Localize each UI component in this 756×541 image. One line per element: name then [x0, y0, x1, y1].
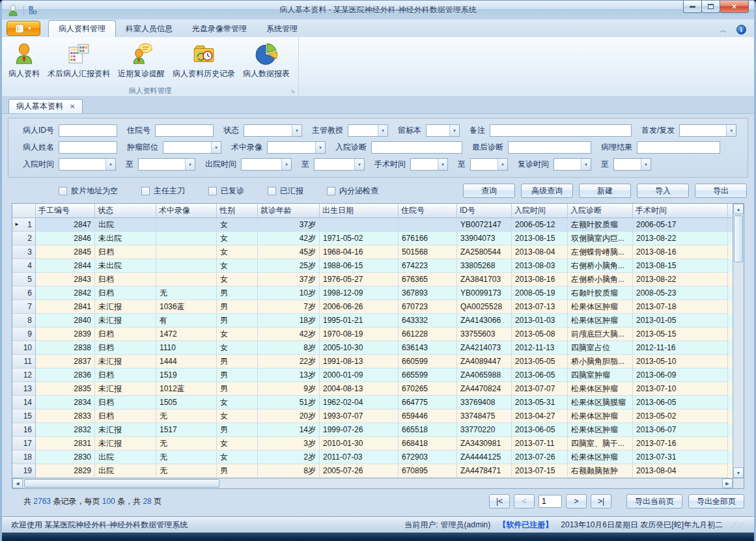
filter-combo[interactable]: ▾ — [553, 158, 591, 171]
export-button[interactable]: 导出全部页 — [688, 494, 744, 508]
filter-combo[interactable]: ▾ — [267, 141, 326, 154]
column-header[interactable]: 手术时间 — [633, 204, 728, 217]
table-row[interactable]: 192829出院无男8岁2005-07-26670895ZA4478471201… — [12, 464, 733, 478]
filter-combo[interactable]: ▾ — [138, 158, 195, 171]
registered-link[interactable]: 【软件已注册】 — [498, 520, 553, 531]
row-header[interactable]: 12 — [12, 368, 36, 382]
ribbon-tab-3[interactable]: 光盘录像带管理 — [182, 21, 257, 37]
table-row[interactable]: 182830出院无女2岁2011-07-03672903ZA4444125201… — [12, 451, 733, 464]
ribbon-tab-4[interactable]: 系统管理 — [257, 21, 307, 37]
prev-page-button[interactable]: < — [514, 494, 535, 508]
action-button[interactable]: 高级查询 — [521, 184, 573, 198]
chevron-down-icon[interactable]: ▾ — [378, 125, 387, 136]
column-header[interactable]: 手工编号 — [36, 204, 95, 217]
filter-checkbox[interactable]: 内分泌检查 — [327, 186, 378, 197]
column-header[interactable]: 术中录像 — [156, 204, 217, 217]
filter-combo[interactable]: ▾ — [59, 158, 116, 171]
action-button[interactable]: 新建 — [579, 184, 631, 198]
filter-input[interactable] — [490, 124, 632, 137]
table-row[interactable]: 1►2847出院女37岁YB00721472006-05-12左额叶胶质瘤200… — [12, 218, 733, 232]
table-row[interactable]: 142834归档1505女51岁1962-02-0466477533769408… — [12, 396, 733, 409]
filter-combo[interactable]: ▾ — [470, 158, 508, 171]
table-row[interactable]: 122836归档1519男13岁2000-01-09665599ZA406598… — [12, 368, 733, 382]
filter-input[interactable] — [371, 141, 462, 154]
action-button[interactable]: 查询 — [463, 184, 515, 198]
table-row[interactable]: 112837未汇报1444男22岁1991-08-13660599ZA40894… — [12, 355, 733, 368]
column-header[interactable]: 性别 — [217, 204, 258, 217]
document-tab[interactable]: 病人基本资料 ✕ — [8, 99, 83, 113]
tab-close-icon[interactable]: ✕ — [70, 103, 75, 110]
filter-input[interactable] — [59, 141, 117, 154]
chevron-down-icon[interactable]: ▾ — [449, 125, 459, 136]
chevron-down-icon[interactable]: ▾ — [497, 159, 507, 170]
chevron-down-icon[interactable]: ▾ — [105, 159, 115, 170]
row-header[interactable]: 10 — [12, 341, 36, 355]
filter-combo[interactable]: ▾ — [410, 158, 448, 171]
filter-combo[interactable]: ▾ — [348, 124, 388, 137]
ribbon-button[interactable]: 病人数据报表 — [239, 39, 294, 85]
quick-access-icon[interactable] — [29, 6, 38, 15]
vertical-scrollbar[interactable]: ▲ ▼ — [733, 204, 744, 478]
filter-combo[interactable]: ▾ — [241, 158, 292, 171]
row-header[interactable]: 18 — [12, 451, 36, 464]
application-menu-button[interactable]: ▼ — [7, 21, 40, 36]
filter-checkbox[interactable]: 胶片地址为空 — [59, 186, 118, 197]
row-header[interactable]: 7 — [12, 300, 36, 314]
table-row[interactable]: 52843归档女37岁1976-05-27676365ZA38417032013… — [12, 273, 733, 286]
chevron-down-icon[interactable]: ▾ — [315, 142, 325, 153]
row-header[interactable]: 2 — [12, 232, 36, 245]
dialog-launcher-icon[interactable]: ⇘ — [290, 89, 295, 94]
column-header[interactable]: 住院号 — [399, 204, 457, 217]
horizontal-scroll-thumb[interactable] — [24, 479, 219, 488]
table-row[interactable]: 62842归档无男10岁1998-12-09367893YB0099173200… — [12, 286, 733, 300]
chevron-down-icon[interactable]: ▾ — [581, 159, 591, 170]
filter-input[interactable] — [508, 141, 591, 154]
resize-grip-icon[interactable]: ⋰⋰ — [731, 521, 745, 529]
column-header[interactable]: 入院时间 — [512, 204, 568, 217]
ribbon-tab-1[interactable]: 病人资料管理 — [48, 20, 116, 37]
ribbon-tab-2[interactable]: 科室人员信息 — [116, 21, 182, 37]
info-icon[interactable]: i — [736, 25, 746, 35]
table-row[interactable]: 102838归档1110女8岁2005-10-30636143ZA4214073… — [12, 341, 733, 355]
ribbon-button[interactable]: 病人资料历史记录 — [169, 39, 239, 85]
filter-checkbox[interactable]: 主任主刀 — [141, 186, 185, 197]
chevron-down-icon[interactable]: ▾ — [292, 125, 301, 136]
column-header[interactable]: 出生日期 — [320, 204, 399, 217]
chevron-down-icon[interactable]: ▾ — [185, 159, 195, 170]
table-row[interactable]: 72841未汇报1036蓝男7岁2006-06-26670723QA002552… — [12, 300, 733, 314]
next-page-button[interactable]: > — [566, 494, 587, 508]
chevron-down-icon[interactable]: ▾ — [726, 125, 736, 136]
row-header[interactable]: 11 — [12, 355, 36, 368]
chevron-down-icon[interactable]: ▾ — [641, 159, 651, 170]
table-row[interactable]: 172831未汇报无女3岁2010-01-30668418ZA343098120… — [12, 437, 733, 451]
action-button[interactable]: 导出 — [695, 184, 747, 198]
maximize-button[interactable] — [701, 1, 720, 13]
ribbon-button[interactable]: 近期复诊提醒 — [114, 39, 169, 85]
ribbon-button[interactable]: 病人资料 — [5, 39, 44, 85]
vertical-scroll-thumb[interactable] — [734, 215, 743, 262]
page-number-input[interactable] — [539, 495, 562, 508]
scroll-left-icon[interactable]: ◀ — [12, 479, 23, 488]
column-header[interactable]: ID号 — [457, 204, 512, 217]
table-row[interactable]: 22846未出院女42岁1971-05-02676166339040732013… — [12, 232, 733, 245]
table-row[interactable]: 162832未汇报1517男14岁1999-07-266655183377022… — [12, 423, 733, 437]
close-button[interactable]: ✕ — [720, 1, 749, 13]
chevron-down-icon[interactable]: ▾ — [211, 142, 221, 153]
first-page-button[interactable]: |< — [489, 494, 510, 508]
row-header[interactable]: 9 — [12, 327, 36, 341]
action-button[interactable]: 导入 — [637, 184, 689, 198]
row-header[interactable]: 6 — [12, 286, 36, 300]
ribbon-button[interactable]: 术后病人汇报资料 — [44, 39, 114, 85]
table-row[interactable]: 92839归档1472女42岁1970-08-19661228337556032… — [12, 327, 733, 341]
filter-combo[interactable]: ▾ — [244, 124, 302, 137]
row-header[interactable]: 3 — [12, 245, 36, 259]
row-header[interactable]: 14 — [12, 396, 36, 409]
chevron-down-icon[interactable]: ▾ — [438, 159, 447, 170]
table-row[interactable]: 32845归档女45岁1968-04-16501568ZA25805442013… — [12, 245, 733, 259]
row-header[interactable]: 17 — [12, 437, 36, 451]
scroll-down-icon[interactable]: ▼ — [733, 467, 744, 478]
scroll-right-icon[interactable]: ▶ — [722, 479, 733, 488]
column-header[interactable]: 状态 — [95, 204, 156, 217]
row-header[interactable]: 16 — [12, 423, 36, 437]
horizontal-scrollbar[interactable]: ◀ ▶ — [12, 479, 733, 488]
